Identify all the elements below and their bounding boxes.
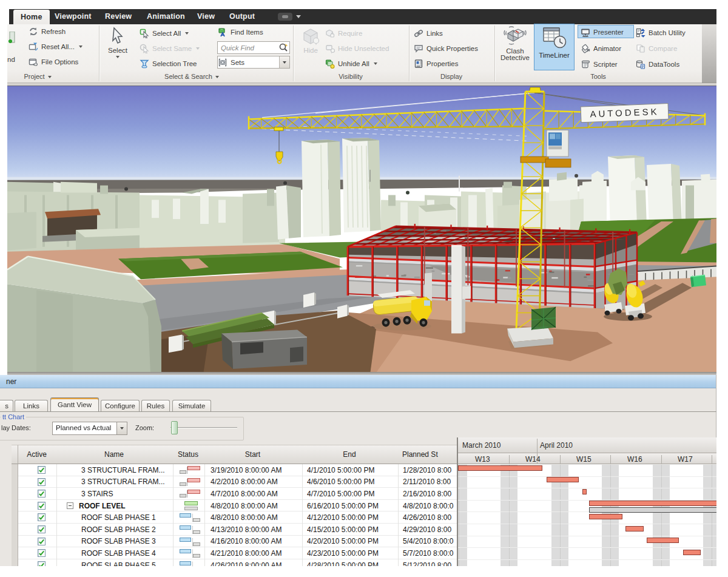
- gantt-bar-planned[interactable]: [589, 507, 716, 513]
- group-label-display[interactable]: Display: [415, 72, 488, 81]
- active-checkbox[interactable]: [38, 490, 46, 498]
- table-row[interactable]: 3 STAIRS4/7/2010 8:00:00 AM4/7/2010 5:00…: [18, 488, 459, 500]
- gantt-chart-groupbox-label-partial: tt Chart: [1, 413, 26, 420]
- table-row[interactable]: ROOF SLAB PHASE 34/16/2010 8:00:00 AM4/2…: [18, 536, 459, 548]
- gantt-bar-actual[interactable]: [589, 501, 716, 506]
- hide-button[interactable]: Hide: [297, 26, 324, 54]
- ribbon-overflow-icon[interactable]: [278, 13, 292, 21]
- hide-unselected-button[interactable]: Hide Unselected: [325, 43, 389, 53]
- active-checkbox[interactable]: [38, 549, 46, 557]
- timeliner-tab-gantt-view[interactable]: Gantt View: [50, 397, 99, 411]
- display-dates-dropdown[interactable]: Planned vs Actual: [52, 422, 127, 435]
- timeliner-tab-tasks-partial[interactable]: s: [0, 400, 13, 411]
- gantt-bar-actual[interactable]: [647, 538, 679, 543]
- active-checkbox[interactable]: [38, 525, 46, 533]
- refresh-button[interactable]: Refresh: [29, 26, 66, 36]
- column-header-active[interactable]: Active: [18, 445, 56, 464]
- gantt-bar-actual[interactable]: [589, 514, 622, 519]
- links-button[interactable]: Links: [414, 28, 443, 38]
- task-end: 4/15/2010 5:00:00 PM: [307, 524, 399, 536]
- ribbon-tab-output[interactable]: Output: [222, 9, 262, 24]
- batch-utility-button[interactable]: Batch Utility: [636, 27, 686, 38]
- gantt-bar-actual[interactable]: [683, 550, 701, 555]
- table-row[interactable]: 3 STRUCTURAL FRAM...3/19/2010 8:00:00 AM…: [18, 464, 459, 476]
- zoom-slider-track[interactable]: [170, 427, 237, 428]
- table-row[interactable]: 3 STRUCTURAL FRAM...4/2/2010 8:00:00 AM4…: [18, 476, 459, 488]
- gantt-bar-actual[interactable]: [625, 526, 644, 531]
- file-options-button[interactable]: File Options: [29, 56, 78, 67]
- table-row[interactable]: ROOF LEVEL4/8/2010 8:00:00 AM6/16/2010 5…: [18, 500, 459, 512]
- gantt-weekend-midline: [509, 464, 510, 566]
- ribbon-tab-viewpoint[interactable]: Viewpoint: [47, 9, 99, 24]
- properties-button[interactable]: Properties: [414, 58, 458, 69]
- task-planned-start: 5/7/2010 8:00:0: [403, 547, 463, 559]
- column-header-end[interactable]: End: [302, 445, 398, 464]
- gantt-bar-actual[interactable]: [458, 465, 542, 471]
- active-checkbox[interactable]: [38, 538, 46, 545]
- ribbon-tab-home[interactable]: Home: [13, 10, 50, 25]
- timeliner-tab-simulate[interactable]: Simulate: [172, 400, 211, 411]
- viewport-3d[interactable]: AUTODESK: [7, 86, 716, 372]
- quick-find-input[interactable]: Quick Find: [217, 41, 290, 54]
- timeliner-button[interactable]: TimeLiner: [534, 24, 575, 70]
- append-button-partial[interactable]: nd: [7, 32, 16, 63]
- gantt-bar-actual[interactable]: [582, 489, 587, 494]
- datatools-icon: [636, 59, 645, 69]
- timeliner-tab-rules[interactable]: Rules: [141, 400, 170, 411]
- select-all-button[interactable]: Select All: [140, 28, 189, 38]
- sets-dropdown[interactable]: Sets: [217, 56, 290, 69]
- select-button[interactable]: Select: [103, 26, 132, 58]
- reset-all-button[interactable]: Reset All...: [29, 41, 83, 52]
- quick-properties-button[interactable]: Quick Properties: [414, 43, 478, 53]
- column-header-planned-st[interactable]: Planned St: [397, 445, 459, 464]
- active-checkbox[interactable]: [38, 513, 46, 521]
- compare-button[interactable]: Compare: [636, 43, 677, 53]
- scripter-button[interactable]: Scripter: [581, 59, 618, 69]
- clash-detective-button[interactable]: Clash Detective: [497, 25, 533, 61]
- datatools-button[interactable]: DataTools: [636, 59, 679, 69]
- gantt-bar-actual[interactable]: [547, 477, 579, 482]
- unhide-all-button[interactable]: Unhide All: [325, 58, 377, 69]
- hide-unselected-icon: [325, 44, 335, 53]
- sets-caret-button[interactable]: [279, 56, 289, 68]
- row-expander[interactable]: [67, 502, 73, 509]
- animator-button[interactable]: Animator: [581, 43, 621, 53]
- display-dates-caret-button[interactable]: [116, 422, 127, 434]
- group-label-visibility[interactable]: Visibility: [302, 72, 399, 81]
- ribbon-group-separator: [409, 25, 410, 81]
- select-all-icon: [140, 29, 149, 38]
- require-button[interactable]: Require: [325, 28, 362, 38]
- column-header-start[interactable]: Start: [204, 445, 302, 464]
- timeliner-titlebar[interactable]: ner: [0, 375, 716, 388]
- presenter-button-label: Presenter: [593, 29, 624, 36]
- ribbon-tab-review[interactable]: Review: [98, 9, 139, 24]
- select-same-button[interactable]: Select Same: [140, 43, 200, 53]
- column-header-name[interactable]: Name: [56, 445, 173, 464]
- timeliner-panel: nersLinksGantt ViewConfigureRulesSimulat…: [0, 375, 716, 566]
- active-checkbox[interactable]: [38, 466, 46, 474]
- append-label-partial: nd: [7, 56, 16, 63]
- active-checkbox[interactable]: [38, 502, 46, 510]
- group-label-select-search[interactable]: Select & Search: [137, 72, 246, 81]
- zoom-slider-thumb[interactable]: [171, 421, 178, 434]
- gantt-chart-area: March 2010April 2010W13W14W15W16W17: [458, 437, 716, 566]
- column-header-status[interactable]: Status: [172, 445, 204, 464]
- table-row[interactable]: ROOF SLAB PHASE 24/13/2010 8:00:00 AM4/1…: [18, 524, 459, 536]
- display-dates-value: Planned vs Actual: [53, 422, 116, 434]
- timeliner-tab-configure[interactable]: Configure: [101, 400, 140, 411]
- group-label-tools[interactable]: Tools: [544, 72, 653, 81]
- group-label-project[interactable]: Project: [7, 72, 68, 81]
- ribbon-tab-caret-icon[interactable]: [296, 15, 301, 18]
- find-items-button[interactable]: Find Items: [218, 27, 263, 37]
- task-start: 4/21/2010 8:00:00 AM: [211, 547, 305, 559]
- ribbon-tab-view[interactable]: View: [190, 9, 222, 24]
- scripter-icon: [581, 59, 590, 69]
- selection-tree-button[interactable]: Selection Tree: [140, 58, 197, 69]
- ribbon-tab-animation[interactable]: Animation: [140, 9, 192, 24]
- table-row[interactable]: ROOF SLAB PHASE 14/8/2010 8:00:00 AM4/12…: [18, 511, 459, 524]
- table-row[interactable]: ROOF SLAB PHASE 44/21/2010 8:00:00 AM4/2…: [18, 547, 459, 559]
- presenter-button[interactable]: Presenter: [581, 27, 624, 37]
- active-checkbox[interactable]: [38, 478, 46, 486]
- timeliner-tab-links[interactable]: Links: [15, 400, 48, 411]
- task-start: 4/8/2010 8:00:00 AM: [211, 511, 305, 524]
